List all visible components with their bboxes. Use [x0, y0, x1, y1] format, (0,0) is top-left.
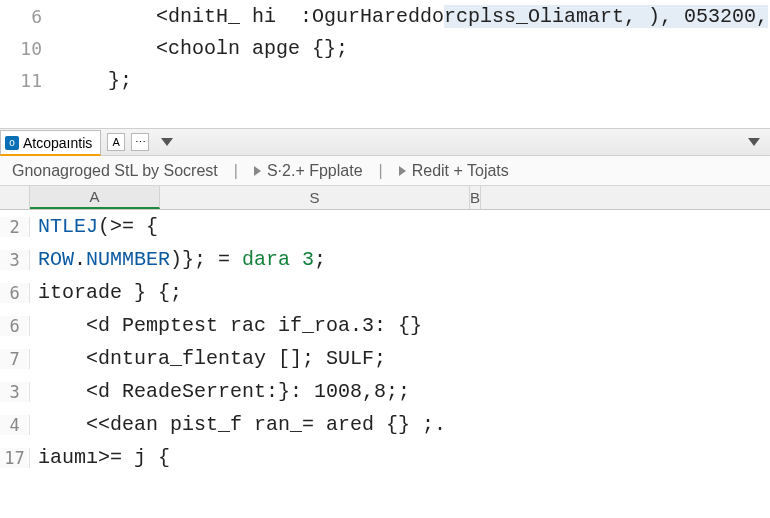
code-line[interactable]: 2NTLEJ(>= {	[0, 210, 770, 243]
panel-header: o Atcopaıntis A ⋯	[0, 128, 770, 156]
code-text[interactable]: <<dean pist_f ran_= ared {} ;.	[30, 413, 446, 436]
code-text[interactable]: <d Pemptest rac if_roa.3: {}	[30, 314, 422, 337]
panel-dropdown-right-icon[interactable]	[748, 138, 760, 146]
line-number: 3	[0, 250, 30, 270]
code-text[interactable]: ROW.NUMMBER)}; = dara 3;	[30, 248, 326, 271]
crumb-3[interactable]: Redit + Tojats	[387, 162, 521, 180]
line-number: 6	[0, 6, 60, 27]
crumb-2-label: S·2.+ Fpplate	[267, 162, 363, 179]
code-text[interactable]: <dntura_flentay []; SULF;	[30, 347, 386, 370]
row-gutter-corner[interactable]	[0, 186, 30, 209]
code-line[interactable]: 6 <d Pemptest rac if_roa.3: {}	[0, 309, 770, 342]
crumb-separator: |	[375, 162, 387, 180]
line-number: 6	[0, 283, 30, 303]
line-number: 2	[0, 217, 30, 237]
code-line[interactable]: 6 <dnitH_ hi :OgurHareddorcplss_Oliamart…	[0, 0, 770, 32]
code-text[interactable]: };	[60, 69, 132, 92]
panel-dropdown-icon[interactable]	[161, 138, 173, 146]
column-header-s[interactable]: S	[160, 186, 470, 209]
code-line[interactable]: 6itorade } {;	[0, 276, 770, 309]
line-number: 10	[0, 38, 60, 59]
lower-code-editor[interactable]: 2NTLEJ(>= {3ROW.NUMMBER)}; = dara 3;6ito…	[0, 210, 770, 474]
chevron-right-icon	[399, 166, 406, 176]
code-line[interactable]	[0, 96, 770, 128]
line-number: 7	[0, 349, 30, 369]
column-header-b[interactable]: B	[470, 186, 481, 209]
panel-tab-label: Atcopaıntis	[23, 135, 92, 151]
top-code-editor[interactable]: 6 <dnitH_ hi :OgurHareddorcplss_Oliamart…	[0, 0, 770, 128]
code-line[interactable]: 17iaumı>= j {	[0, 441, 770, 474]
code-text[interactable]: <dnitH_ hi :OgurHareddorcplss_Oliamart, …	[60, 5, 768, 28]
line-number: 6	[0, 316, 30, 336]
breadcrumb: Gnonagroged StL by Socrest | S·2.+ Fppla…	[0, 156, 770, 186]
code-text[interactable]: NTLEJ(>= {	[30, 215, 158, 238]
crumb-3-label: Redit + Tojats	[412, 162, 509, 179]
crumb-1[interactable]: Gnonagroged StL by Socrest	[0, 162, 230, 180]
code-line[interactable]: 3 <d ReadeSerrent:}: 1008,8;;	[0, 375, 770, 408]
code-text[interactable]: iaumı>= j {	[30, 446, 170, 469]
line-number: 3	[0, 382, 30, 402]
code-text[interactable]: <d ReadeSerrent:}: 1008,8;;	[30, 380, 410, 403]
code-line[interactable]: 3ROW.NUMMBER)}; = dara 3;	[0, 243, 770, 276]
column-header-row: A S B	[0, 186, 770, 210]
tab-badge-icon: o	[5, 136, 19, 150]
panel-icon-more[interactable]: ⋯	[131, 133, 149, 151]
code-text[interactable]: itorade } {;	[30, 281, 182, 304]
code-text[interactable]: <chooln apge {};	[60, 37, 348, 60]
chevron-right-icon	[254, 166, 261, 176]
line-number: 17	[0, 448, 30, 468]
panel-icon-a[interactable]: A	[107, 133, 125, 151]
panel-tab[interactable]: o Atcopaıntis	[0, 130, 101, 156]
line-number: 11	[0, 70, 60, 91]
column-header-a[interactable]: A	[30, 186, 160, 209]
code-line[interactable]: 10 <chooln apge {};	[0, 32, 770, 64]
crumb-2[interactable]: S·2.+ Fpplate	[242, 162, 375, 180]
code-line[interactable]: 7 <dntura_flentay []; SULF;	[0, 342, 770, 375]
code-line[interactable]: 11 };	[0, 64, 770, 96]
code-line[interactable]: 4 <<dean pist_f ran_= ared {} ;.	[0, 408, 770, 441]
crumb-separator: |	[230, 162, 242, 180]
line-number: 4	[0, 415, 30, 435]
